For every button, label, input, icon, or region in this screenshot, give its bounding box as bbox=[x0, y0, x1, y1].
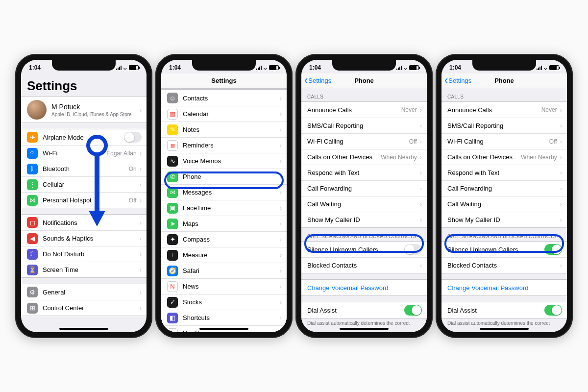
chevron-right-icon: › bbox=[280, 314, 282, 321]
settings-row-controlcenter[interactable]: ⊞Control Center› bbox=[21, 300, 147, 316]
row-announce[interactable]: Announce CallsNever› bbox=[301, 102, 427, 118]
airplane-toggle[interactable] bbox=[124, 132, 142, 143]
home-indicator[interactable] bbox=[480, 328, 529, 330]
silence-unknown-toggle[interactable] bbox=[544, 244, 562, 255]
home-indicator[interactable] bbox=[340, 328, 389, 330]
dial-assist-toggle[interactable] bbox=[404, 305, 422, 316]
settings-row-safari[interactable]: 🧭Safari› bbox=[161, 263, 287, 278]
chevron-right-icon: › bbox=[140, 106, 142, 114]
dial-assist-toggle[interactable] bbox=[544, 305, 562, 316]
row-label: General bbox=[43, 289, 137, 296]
row-value: Never bbox=[541, 106, 557, 113]
calls-section-header: CALLS bbox=[441, 88, 567, 101]
chevron-right-icon: › bbox=[280, 220, 282, 227]
home-indicator[interactable] bbox=[59, 328, 108, 330]
settings-row-stocks[interactable]: ✓Stocks› bbox=[161, 294, 287, 310]
row-silence-unknown[interactable]: Silence Unknown Callers bbox=[441, 242, 567, 257]
chevron-right-icon: › bbox=[280, 330, 282, 332]
row-respondtext[interactable]: Respond with Text› bbox=[441, 165, 567, 180]
settings-row-cellular[interactable]: ⋮Cellular› bbox=[21, 176, 147, 192]
row-label: Phone bbox=[183, 173, 277, 180]
battery-icon bbox=[549, 65, 559, 70]
row-label: SMS/Call Reporting bbox=[307, 122, 417, 129]
row-respondtext[interactable]: Respond with Text› bbox=[301, 165, 427, 180]
settings-row-news[interactable]: NNews› bbox=[161, 278, 287, 294]
row-otherdevices[interactable]: Calls on Other DevicesWhen Nearby› bbox=[301, 149, 427, 165]
wifi-icon: ⌔ bbox=[27, 148, 38, 159]
sounds-icon: ◀︎ bbox=[27, 233, 38, 244]
contacts-icon: ☺︎ bbox=[167, 93, 178, 103]
row-label: Change Voicemail Password bbox=[307, 284, 422, 292]
phone-settings-scroll[interactable]: CALLSAnnounce CallsNever›SMS/Call Report… bbox=[301, 88, 427, 332]
phone-settings-scroll[interactable]: CALLSAnnounce CallsNever›SMS/Call Report… bbox=[441, 88, 567, 332]
reminders-icon: ≣ bbox=[167, 140, 178, 151]
compass-icon: ✦ bbox=[167, 234, 178, 245]
settings-row-calendar[interactable]: ▦Calendar› bbox=[161, 106, 287, 122]
row-label: Call Waiting bbox=[307, 200, 417, 208]
silencing-section-header: CALL SILENCING AND BLOCKED CONTACTS bbox=[301, 228, 427, 241]
chevron-right-icon: › bbox=[140, 235, 142, 242]
row-announce[interactable]: Announce CallsNever› bbox=[441, 102, 567, 118]
row-smscall[interactable]: SMS/Call Reporting› bbox=[441, 118, 567, 133]
row-callwait[interactable]: Call Waiting› bbox=[301, 196, 427, 212]
settings-row-sounds[interactable]: ◀︎Sounds & Haptics› bbox=[21, 230, 147, 246]
row-wificalling[interactable]: Wi-Fi CallingOff› bbox=[441, 133, 567, 149]
settings-row-wifi[interactable]: ⌔Wi-FiEdgar Allan› bbox=[21, 145, 147, 161]
settings-row-shortcuts[interactable]: ◧Shortcuts› bbox=[161, 310, 287, 325]
row-label: Call Forwarding bbox=[307, 185, 417, 192]
chevron-right-icon: › bbox=[140, 149, 142, 157]
cellular-icon: ⋮ bbox=[27, 179, 38, 190]
row-smscall[interactable]: SMS/Call Reporting› bbox=[301, 118, 427, 133]
apple-id-cell[interactable]: M Potuck Apple ID, iCloud, iTunes & App … bbox=[21, 97, 147, 122]
row-callfwd[interactable]: Call Forwarding› bbox=[301, 180, 427, 196]
settings-row-maps[interactable]: ➤Maps› bbox=[161, 216, 287, 231]
row-dial-assist[interactable]: Dial Assist bbox=[301, 302, 427, 318]
row-wificalling[interactable]: Wi-Fi CallingOff› bbox=[301, 133, 427, 149]
settings-row-screentime[interactable]: ⏳Screen Time› bbox=[21, 262, 147, 277]
back-button[interactable]: Settings bbox=[444, 74, 471, 88]
row-change-voicemail[interactable]: Change Voicemail Password bbox=[441, 280, 567, 295]
status-time: 1:04 bbox=[309, 64, 321, 71]
row-dial-assist[interactable]: Dial Assist bbox=[441, 302, 567, 318]
settings-row-hotspot[interactable]: ⋈Personal HotspotOff› bbox=[21, 192, 147, 208]
settings-row-notifications[interactable]: ◻︎Notifications› bbox=[21, 215, 147, 230]
settings-row-facetime[interactable]: ▣FaceTime› bbox=[161, 200, 287, 216]
settings-row-airplane[interactable]: ✈︎Airplane Mode bbox=[21, 129, 147, 145]
row-silence-unknown[interactable]: Silence Unknown Callers bbox=[301, 242, 427, 257]
settings-row-notes[interactable]: ✎Notes› bbox=[161, 122, 287, 137]
settings-row-reminders[interactable]: ≣Reminders› bbox=[161, 137, 287, 153]
row-change-voicemail[interactable]: Change Voicemail Password bbox=[301, 280, 427, 295]
row-label: Measure bbox=[183, 251, 277, 259]
row-otherdevices[interactable]: Calls on Other DevicesWhen Nearby› bbox=[441, 149, 567, 165]
wifi-icon: ⌵ bbox=[264, 65, 267, 71]
row-callwait[interactable]: Call Waiting› bbox=[441, 196, 567, 212]
settings-row-dnd[interactable]: ☾Do Not Disturb› bbox=[21, 246, 147, 262]
row-blocked-contacts[interactable]: Blocked Contacts› bbox=[301, 257, 427, 273]
home-indicator[interactable] bbox=[199, 328, 248, 330]
settings-row-contacts[interactable]: ☺︎Contacts› bbox=[161, 90, 287, 106]
settings-row-voicememos[interactable]: ∿Voice Memos› bbox=[161, 153, 287, 169]
settings-scroll[interactable]: ☺︎Contacts›▦Calendar›✎Notes›≣Reminders›∿… bbox=[161, 88, 287, 332]
settings-row-general[interactable]: ⚙︎General› bbox=[21, 284, 147, 300]
settings-scroll[interactable]: Settings M Potuck Apple ID, iCloud, iTun… bbox=[21, 74, 147, 332]
status-time: 1:04 bbox=[449, 64, 461, 71]
row-blocked-contacts[interactable]: Blocked Contacts› bbox=[441, 257, 567, 273]
chevron-right-icon: › bbox=[560, 262, 562, 269]
row-callfwd[interactable]: Call Forwarding› bbox=[441, 180, 567, 196]
row-value: When Nearby bbox=[381, 154, 416, 161]
settings-row-messages[interactable]: ✉︎Messages› bbox=[161, 184, 287, 200]
chevron-right-icon: › bbox=[420, 200, 422, 208]
settings-row-compass[interactable]: ✦Compass› bbox=[161, 231, 287, 247]
back-button[interactable]: Settings bbox=[304, 74, 331, 88]
settings-row-bluetooth[interactable]: ᛒBluetoothOn› bbox=[21, 161, 147, 176]
calls-section-header: CALLS bbox=[301, 88, 427, 101]
row-callerid[interactable]: Show My Caller ID› bbox=[301, 212, 427, 227]
row-label: News bbox=[183, 283, 277, 290]
row-callerid[interactable]: Show My Caller ID› bbox=[441, 212, 567, 227]
settings-row-measure[interactable]: ⟂Measure› bbox=[161, 247, 287, 263]
silence-unknown-toggle[interactable] bbox=[404, 244, 422, 255]
settings-row-phone[interactable]: ✆Phone› bbox=[161, 169, 287, 184]
wifi-icon: ⌵ bbox=[404, 65, 407, 71]
chevron-right-icon: › bbox=[560, 153, 562, 161]
stocks-icon: ✓ bbox=[167, 297, 178, 308]
